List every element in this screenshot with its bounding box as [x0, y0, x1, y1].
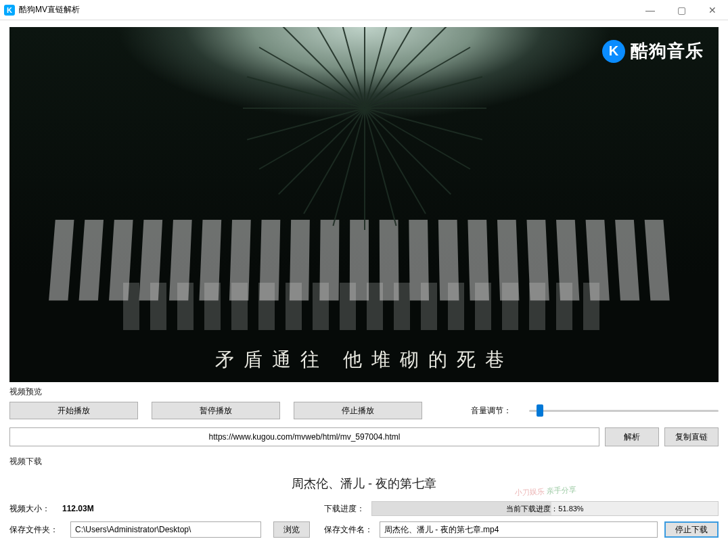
progress-text: 当前下载进度：51.83% — [506, 504, 583, 514]
progress-bar: 当前下载进度：51.83% — [371, 501, 719, 516]
volume-slider[interactable] — [529, 403, 719, 418]
play-button[interactable]: 开始播放 — [9, 402, 138, 419]
titlebar: K 酷狗MV直链解析 — ▢ ✕ — [0, 0, 728, 20]
maximize-button[interactable]: ▢ — [666, 0, 697, 20]
brand-overlay: K 酷狗音乐 — [602, 39, 704, 63]
video-preview-area: K 酷狗音乐 矛盾通往 他堆砌的死巷 — [9, 27, 719, 382]
kugou-logo-icon: K — [602, 40, 625, 63]
stop-button[interactable]: 停止播放 — [294, 402, 422, 419]
filename-label: 保存文件名： — [324, 524, 373, 536]
size-label: 视频大小： — [9, 503, 50, 515]
minimize-button[interactable]: — — [635, 0, 666, 20]
progress-label: 下载进度： — [324, 503, 365, 515]
close-button[interactable]: ✕ — [697, 0, 728, 20]
video-frame — [9, 27, 719, 382]
volume-label: 音量调节： — [471, 405, 511, 417]
video-subtitle: 矛盾通往 他堆砌的死巷 — [9, 347, 719, 373]
filename-input[interactable] — [380, 521, 658, 538]
window-title: 酷狗MV直链解析 — [19, 4, 635, 16]
copy-link-button[interactable]: 复制直链 — [664, 427, 719, 446]
brand-text: 酷狗音乐 — [631, 39, 704, 63]
browse-button[interactable]: 浏览 — [273, 521, 310, 538]
app-icon: K — [4, 5, 15, 16]
stop-download-button[interactable]: 停止下载 — [664, 521, 719, 538]
url-input[interactable] — [9, 427, 599, 446]
folder-label: 保存文件夹： — [9, 524, 58, 536]
size-value: 112.03M — [62, 504, 94, 513]
song-title: 周杰伦、潘儿 - 夜的第七章 — [9, 475, 719, 492]
folder-input[interactable] — [70, 521, 261, 538]
preview-section-label: 视频预览 — [9, 386, 719, 398]
parse-button[interactable]: 解析 — [605, 427, 659, 446]
pause-button[interactable]: 暂停播放 — [152, 402, 280, 419]
download-section-label: 视频下载 — [9, 456, 719, 467]
